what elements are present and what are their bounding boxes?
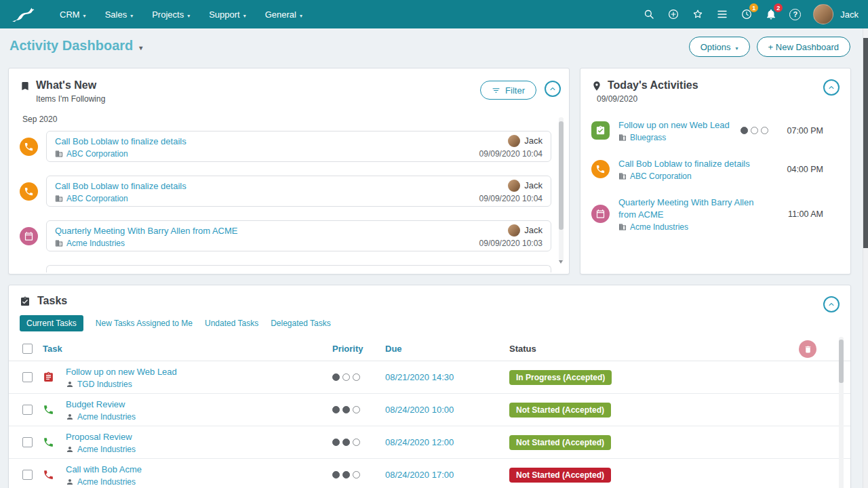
status-badge: Not Started (Accepted) [509,403,611,418]
chevron-down-icon [736,42,738,52]
favorites-star-icon[interactable] [692,8,704,20]
activity-title-link[interactable]: Quarterly Meeting With Barry Allen from … [618,197,753,220]
filter-button[interactable]: Filter [480,81,536,100]
activity-item[interactable]: Quarterly Meeting With Barry Allen from … [580,190,850,237]
row-checkbox[interactable] [22,437,33,447]
task-company-link[interactable]: Acme Industries [77,412,136,422]
tasks-tab[interactable]: Current Tasks [20,315,83,331]
feed-item-company-link[interactable]: Acme Industries [66,239,125,248]
task-due-link[interactable]: 08/21/2020 14:30 [385,372,509,382]
task-title-link[interactable]: Call with Bob Acme [66,464,142,474]
activity-time: 04:00 PM [784,165,823,174]
options-button[interactable]: Options [689,37,750,57]
feed-item-box[interactable]: Call Bob Loblaw to finalize details ABC … [46,176,551,207]
menu-item[interactable]: Projects [152,9,190,20]
reminders-clock-icon[interactable]: 1 [741,8,753,20]
row-checkbox[interactable] [22,470,33,480]
building-icon [618,223,627,231]
feed-item-company-link[interactable]: ABC Corporation [66,149,128,159]
whats-new-scrollbar[interactable] [559,117,564,262]
tasks-card: Tasks Current Tasks New Tasks Assigned t… [8,285,851,488]
search-icon[interactable] [643,8,655,20]
tasks-tabs: Current Tasks New Tasks Assigned to Me U… [20,315,850,331]
task-company-link[interactable]: Acme Industries [77,477,136,487]
scrollbar-thumb[interactable] [839,340,844,383]
feed-item-user: Jack [524,225,542,235]
task-title-link[interactable]: Budget Review [66,399,125,409]
delete-tasks-button[interactable] [799,340,816,358]
collapse-tasks-button[interactable] [823,296,840,312]
chevron-up-icon [548,84,557,94]
feed-item-company-link[interactable]: ABC Corporation [66,194,128,203]
scrollbar-thumb[interactable] [559,121,564,230]
priority-dots [741,127,768,134]
tasks-tab[interactable]: Delegated Tasks [271,315,331,331]
tasks-scrollbar[interactable] [839,337,844,488]
column-header-priority[interactable]: Priority [332,344,385,354]
menu-item[interactable]: CRM [60,9,86,20]
feed-item-timestamp: 09/09/2020 10:04 [479,149,542,159]
task-company-link[interactable]: Acme Industries [77,445,136,454]
feed-item-box[interactable]: Quarterly Meeting With Barry Allen from … [46,220,551,251]
row-checkbox[interactable] [22,372,33,382]
chevron-down-icon [187,9,190,20]
recent-list-icon[interactable] [716,8,728,20]
select-all-checkbox[interactable] [22,344,33,354]
activity-company-link[interactable]: Acme Industries [630,222,688,232]
column-header-due[interactable]: Due [385,344,509,354]
feed-item-box[interactable]: Call Bob Loblaw to finalize details ABC … [46,131,551,162]
column-header-task[interactable]: Task [43,344,332,354]
menu-item[interactable]: Sales [105,9,134,20]
tasks-clipboard-icon [20,296,31,307]
help-icon[interactable] [789,9,801,20]
task-title-link[interactable]: Proposal Review [66,432,132,442]
new-dashboard-button[interactable]: + New Dashboard [757,37,850,57]
row-checkbox[interactable] [22,405,33,415]
activity-company-link[interactable]: ABC Corporation [630,171,692,181]
feed-item-user: Jack [524,136,542,146]
whats-new-header: What's New Items I'm Following Filter [9,68,569,104]
task-due-link[interactable]: 08/24/2020 17:00 [385,470,509,480]
person-icon [66,445,74,453]
page-title[interactable]: Activity Dashboard [9,38,142,54]
task-title-link[interactable]: Follow up on new Web Lead [66,367,177,377]
todays-activities-header: Today's Activities [580,68,850,92]
scroll-down-arrow[interactable] [559,260,563,264]
task-due-link[interactable]: 08/24/2020 10:00 [385,405,509,415]
feed-item-title-link[interactable]: Call Bob Loblaw to finalize details [55,181,186,191]
tasks-tab[interactable]: Undated Tasks [205,315,258,331]
tasks-tab[interactable]: New Tasks Assigned to Me [96,315,193,331]
collapse-whats-new-button[interactable] [545,81,561,97]
notifications-bell-icon[interactable]: 2 [765,8,777,20]
activity-title-link[interactable]: Follow up on new Web Lead [618,120,730,130]
kangaroo-logo[interactable] [9,5,43,24]
collapse-activities-button[interactable] [823,79,840,96]
task-due-link[interactable]: 08/24/2020 12:00 [385,437,509,447]
priority-dots [332,439,378,446]
feed-item-title-link[interactable]: Call Bob Loblaw to finalize details [55,136,186,146]
avatar [508,135,520,147]
menu-item[interactable]: General [265,9,302,20]
user-name[interactable]: Jack [840,9,859,20]
feed-item-title-link[interactable]: Quarterly Meeting With Barry Allen from … [55,226,237,236]
activity-company-link[interactable]: Bluegrass [630,133,666,142]
menu-item[interactable]: Support [209,9,246,20]
task-company-link[interactable]: TGD Industries [77,380,132,389]
activity-title-link[interactable]: Call Bob Loblaw to finalize details [618,159,750,169]
funnel-icon [492,86,500,95]
priority-dots [332,406,378,413]
add-record-icon[interactable] [667,8,679,20]
feed-item: Quarterly Meeting With Barry Allen from … [20,220,551,251]
bell-badge: 2 [774,3,783,12]
page-scrollbar-thumb[interactable] [863,38,868,248]
page-scrollbar[interactable] [863,28,868,488]
activity-item[interactable]: Call Bob Loblaw to finalize details ABC … [580,152,850,186]
activity-item[interactable]: Follow up on new Web Lead Bluegrass 07:0… [580,113,850,148]
task-row: Budget Review Acme Industries 08/24/2020… [9,394,850,426]
status-badge: Not Started (Accepted) [509,435,611,450]
item-type-icon [20,138,38,156]
activities-list: Follow up on new Web Lead Bluegrass 07:0… [580,113,850,237]
feed-item: Call Bob Loblaw to finalize details ABC … [20,131,551,162]
navbar-actions: 1 2 Jack [643,4,859,24]
user-avatar[interactable] [813,4,833,24]
